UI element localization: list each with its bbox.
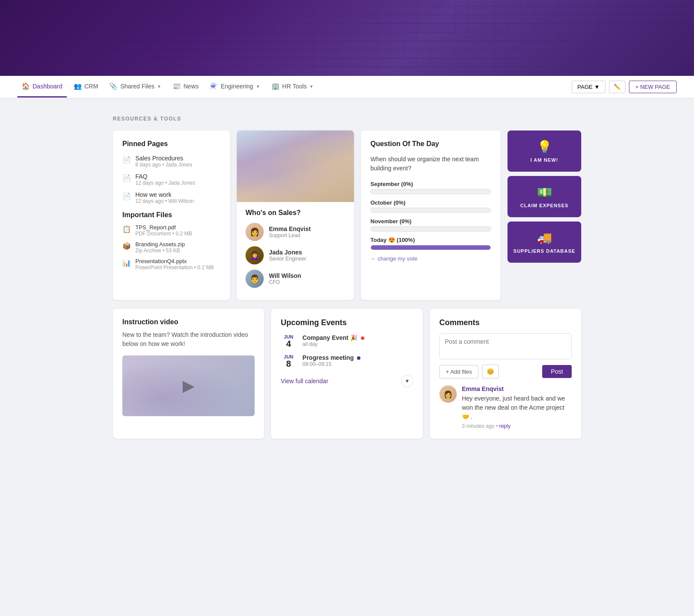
page-button[interactable]: PAGE ▼ — [572, 81, 606, 93]
pinned-pages-card: Pinned Pages 📄 Sales Procedures 8 days a… — [113, 130, 230, 300]
sales-body: Who's on Sales? 👩 Emma Enqvist Support L… — [237, 202, 354, 300]
sales-title: Who's on Sales? — [246, 209, 345, 217]
question-text: When should we organize the next team bu… — [370, 155, 491, 173]
edit-icon: ✏️ — [614, 84, 621, 90]
instruction-title: Instruction video — [122, 318, 255, 326]
main-content: RESOURCES & TOOLS Pinned Pages 📄 Sales P… — [104, 98, 590, 456]
change-vote-link[interactable]: ← change my vote — [370, 255, 491, 262]
document-icon: 📄 — [122, 192, 131, 200]
file-icon: 📊 — [122, 259, 131, 267]
comments-card: Comments + Add files 😊 Post 👩 Emma Enqvi… — [430, 309, 581, 439]
question-title: Question Of The Day — [370, 140, 491, 148]
document-icon: 📄 — [122, 174, 131, 182]
suppliers-database-button[interactable]: 🚚 SUPPLIERS DATABASE — [507, 222, 581, 263]
event-dot-blue — [357, 356, 360, 360]
poll-option-today: Today 😍 (100%) — [370, 237, 491, 250]
pinned-pages-list: 📄 Sales Procedures 8 days ago • Jada Jon… — [122, 155, 220, 204]
event-company[interactable]: JUN 4 Company Event 🎉 all day — [281, 334, 413, 348]
hero-overlay — [0, 0, 694, 76]
question-card: Question Of The Day When should we organ… — [361, 130, 501, 300]
desk-visual — [237, 130, 354, 202]
events-title: Upcoming Events — [281, 318, 413, 327]
avatar-will: 👨 — [246, 270, 264, 288]
list-item[interactable]: 📄 FAQ 12 days ago • Jada Jones — [122, 173, 220, 186]
claim-expenses-button[interactable]: 💵 CLAIM EXPENSES — [507, 176, 581, 217]
news-icon: 📰 — [173, 82, 181, 90]
truck-icon: 🚚 — [537, 231, 552, 245]
play-icon: ▶ — [183, 377, 195, 395]
dollar-icon: 💵 — [537, 185, 552, 199]
i-am-new-button[interactable]: 💡 I AM NEW! — [507, 130, 581, 172]
sales-card: Who's on Sales? 👩 Emma Enqvist Support L… — [237, 130, 354, 300]
emoji-button[interactable]: 😊 — [482, 365, 499, 378]
important-files-title: Important Files — [122, 211, 220, 219]
navigation: 🏠 Dashboard 👥 CRM 📎 Shared Files ▼ 📰 New… — [0, 76, 694, 98]
home-icon: 🏠 — [22, 82, 30, 90]
person-emma[interactable]: 👩 Emma Enqvist Support Lead — [246, 223, 345, 241]
post-button[interactable]: Post — [542, 365, 572, 378]
person-jada[interactable]: 👩‍🦱 Jada Jones Senior Engineer — [246, 246, 345, 264]
sales-image — [237, 130, 354, 202]
top-grid: Pinned Pages 📄 Sales Procedures 8 days a… — [113, 130, 581, 300]
comments-title: Comments — [439, 318, 572, 327]
engineering-icon: ⚗️ — [210, 82, 218, 90]
poll-option-october: October (0%) — [370, 199, 491, 213]
nav-dashboard[interactable]: 🏠 Dashboard — [17, 76, 67, 98]
comment-input[interactable] — [439, 333, 572, 359]
list-item[interactable]: 📊 PresentationQ4.pptx PowerPoint Present… — [122, 258, 220, 271]
lightbulb-icon: 💡 — [537, 140, 552, 154]
list-item[interactable]: 📦 Branding Assets.zip Zip Archive • 53 K… — [122, 241, 220, 254]
file-icon: 📋 — [122, 225, 131, 233]
poll-option-september: September (0%) — [370, 181, 491, 194]
bottom-grid: Instruction video New to the team? Watch… — [113, 309, 581, 439]
important-files-list: 📋 TPS_Report.pdf PDF Document • 0.2 MB 📦… — [122, 224, 220, 271]
chevron-down-icon: ▼ — [256, 84, 260, 89]
crm-icon: 👥 — [74, 82, 82, 90]
event-meeting[interactable]: JUN 8 Progress meeting 09:00–09:15 — [281, 354, 413, 368]
nav-shared-files[interactable]: 📎 Shared Files ▼ — [105, 76, 166, 98]
nav-items: 🏠 Dashboard 👥 CRM 📎 Shared Files ▼ 📰 New… — [17, 76, 572, 98]
avatar-jada: 👩‍🦱 — [246, 246, 264, 264]
file-icon: 📦 — [122, 242, 131, 250]
avatar-emma: 👩 — [246, 223, 264, 241]
shared-files-icon: 📎 — [109, 82, 118, 90]
nav-right: PAGE ▼ ✏️ + NEW PAGE — [572, 81, 677, 93]
nav-hr-tools[interactable]: 🏢 HR Tools ▼ — [267, 76, 318, 98]
list-item[interactable]: 📄 How we work 12 days ago • Will Wilson — [122, 191, 220, 204]
add-files-button[interactable]: + Add files — [439, 365, 478, 378]
comment-item: 👩 Emma Enqvist Hey everyone, just heard … — [439, 385, 572, 429]
view-calendar-link[interactable]: View full calendar ▼ — [281, 375, 413, 387]
person-will[interactable]: 👨 Will Wilson CFO — [246, 270, 345, 288]
chevron-down-icon: ▼ — [309, 84, 314, 89]
instruction-video-card: Instruction video New to the team? Watch… — [113, 309, 264, 439]
poll-option-november: November (0%) — [370, 218, 491, 231]
video-thumbnail[interactable]: ▶ — [122, 355, 255, 416]
list-item[interactable]: 📄 Sales Procedures 8 days ago • Jada Jon… — [122, 155, 220, 168]
reply-link[interactable]: reply — [499, 423, 511, 429]
comment-actions: + Add files 😊 Post — [439, 365, 572, 378]
instruction-text: New to the team? Watch the introduction … — [122, 330, 255, 349]
pinned-pages-title: Pinned Pages — [122, 140, 220, 148]
action-buttons-column: 💡 I AM NEW! 💵 CLAIM EXPENSES 🚚 SUPPLIERS… — [507, 130, 581, 300]
document-icon: 📄 — [122, 156, 131, 164]
nav-crm[interactable]: 👥 CRM — [69, 76, 103, 98]
avatar-emma-comment: 👩 — [439, 385, 457, 403]
chevron-down-icon: ▼ — [157, 84, 161, 89]
chevron-down-icon: ▼ — [401, 375, 413, 387]
hero-banner — [0, 0, 694, 76]
nav-engineering[interactable]: ⚗️ Engineering ▼ — [206, 76, 265, 98]
edit-button[interactable]: ✏️ — [609, 81, 625, 93]
event-dot-red — [361, 336, 364, 340]
hr-tools-icon: 🏢 — [272, 82, 280, 90]
new-page-button[interactable]: + NEW PAGE — [629, 81, 677, 93]
section-title: RESOURCES & TOOLS — [113, 116, 581, 122]
list-item[interactable]: 📋 TPS_Report.pdf PDF Document • 0.2 MB — [122, 224, 220, 237]
nav-news[interactable]: 📰 News — [168, 76, 203, 98]
upcoming-events-card: Upcoming Events JUN 4 Company Event 🎉 al… — [271, 309, 422, 439]
poll-bar-today — [371, 245, 491, 250]
